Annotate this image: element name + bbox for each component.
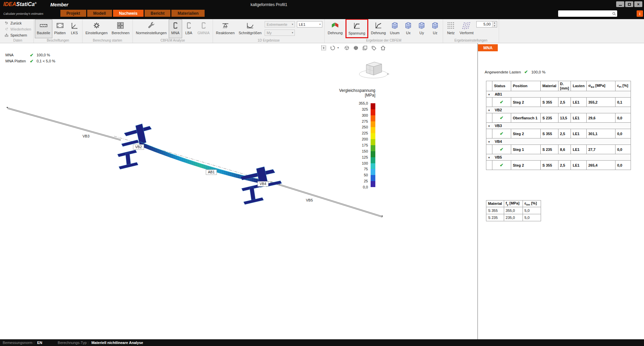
uy-button[interactable]: Uy [415, 19, 428, 38]
ux-button[interactable]: Ux [401, 19, 415, 38]
spannung-button[interactable]: Spannung [346, 20, 367, 37]
ribbon-group-label: Beschriftungen [35, 38, 81, 43]
main-menu-tabs: Projekt Modell Nachweis Bericht Material… [60, 10, 205, 17]
verformt-button[interactable]: Verformt [458, 19, 476, 38]
group-row[interactable]: ▼AB1 [486, 91, 631, 98]
tab-projekt[interactable]: Projekt [60, 10, 86, 17]
group-row[interactable]: ▼VB3 [486, 123, 631, 129]
group-row[interactable]: ▼VB5 [486, 154, 631, 161]
table-row[interactable]: ✔Steg 2S 3552,5LE1265,40,0 [486, 161, 631, 170]
collapse-triangle-icon[interactable]: ▼ [488, 156, 490, 159]
close-button[interactable]: × [634, 1, 642, 7]
table-row[interactable]: ✔Steg 1S 2358,6LE127,70,0 [486, 145, 631, 154]
search-input[interactable] [558, 11, 611, 16]
gmnia-button[interactable]: GMNIA [196, 19, 212, 38]
group-row[interactable]: ▼VB4 [486, 138, 631, 145]
labels-toggle-button[interactable] [371, 45, 377, 51]
home-view-button[interactable] [380, 45, 386, 51]
redo-button[interactable]: Wiederholen [3, 26, 33, 32]
save-icon [4, 33, 9, 37]
legend-value: 75 [364, 167, 368, 171]
collapse-triangle-icon[interactable]: ▼ [488, 93, 490, 96]
table-row[interactable]: ✔Steg 2S 3552,5LE1301,10,0 [486, 129, 631, 138]
collapse-triangle-icon[interactable]: ▼ [488, 140, 490, 143]
zoom-fit-button[interactable] [321, 45, 327, 51]
spinner-up-button[interactable]: ▲ [492, 21, 497, 24]
ribbon: Zurück Wiederholen Speichern Daten Baute… [0, 19, 644, 43]
analysis-type-value: Materiell nichtlineare Analyse [91, 341, 143, 345]
tab-mna-results[interactable]: MNA [478, 44, 498, 51]
expander-column [486, 81, 492, 91]
logo-statica: StatiCa [16, 1, 35, 7]
check-icon: ✔ [500, 163, 503, 168]
tab-bericht[interactable]: Bericht [145, 10, 170, 17]
minimize-icon [619, 5, 622, 6]
table-row[interactable]: ✔Oberflansch 1S 23513,5LE129,60,0 [486, 113, 631, 123]
normeinstellungen-button[interactable]: Normeinstellungen [134, 19, 169, 38]
mna-button[interactable]: MNA [169, 19, 182, 38]
minimize-button[interactable] [616, 1, 624, 7]
extremes-dropdown[interactable]: Extremwerte▾ [265, 21, 295, 27]
model-3d-scene[interactable]: VB3 VB2 AB1 VB4 VB5 [0, 43, 477, 339]
spinner-down-button[interactable]: ▼ [492, 24, 497, 27]
app-window: IDEAStatiCa® Calculate yesterday's estim… [0, 0, 644, 346]
usum-button[interactable]: Usum [388, 19, 401, 38]
lba-button[interactable]: LBA [182, 19, 196, 38]
netz-button[interactable]: Netz [444, 19, 458, 38]
tab-materialien[interactable]: Materialien [171, 10, 205, 17]
save-button[interactable]: Speichern [3, 32, 33, 38]
legend-color-bar [371, 103, 375, 187]
copy-view-button[interactable] [362, 45, 368, 51]
profile-icon [199, 21, 208, 30]
check-icon: ✔ [500, 115, 503, 120]
lks-button[interactable]: LKS [68, 19, 81, 38]
undo-button[interactable]: Zurück [3, 20, 33, 26]
spinner-value[interactable]: 5,00 [477, 21, 492, 27]
check-icon: ✔ [30, 59, 34, 64]
collapse-triangle-icon[interactable]: ▼ [488, 125, 490, 128]
table-row[interactable]: S 235235,05,0 [486, 214, 541, 221]
search-icon[interactable] [611, 11, 617, 16]
schnittgroessen-button[interactable]: Schnittgrößen [237, 19, 264, 38]
platten-button[interactable]: Platten [52, 19, 68, 38]
orbit-button[interactable] [330, 45, 336, 51]
table-row[interactable]: S 355355,05,0 [486, 207, 541, 214]
collapse-triangle-icon[interactable]: ▼ [488, 109, 490, 112]
reaktionen-button[interactable]: Reaktionen [214, 19, 237, 38]
chevron-down-icon[interactable]: ▾ [337, 46, 339, 49]
connection-vb2 [121, 124, 152, 147]
wrench-icon [147, 21, 156, 30]
deformation-scale-spinner: 5,00 ▲ ▼ [476, 21, 497, 27]
sigma-cell: 265,4 [586, 161, 615, 170]
legend-value: 200 [362, 137, 368, 141]
einstellungen-button[interactable]: Einstellungen [84, 19, 110, 38]
legend-value: 250 [362, 125, 368, 129]
tab-nachweis[interactable]: Nachweis [113, 10, 144, 17]
ribbon-group-ergebnisse-der-cbfem: Dehnung Spannung Dehnung Usum Ux Uy Uz E… [325, 19, 443, 43]
legend-color-segment [371, 181, 375, 187]
legend-value: 100 [362, 161, 368, 165]
legend-value: 325 [362, 107, 368, 111]
load-case-dropdown[interactable]: LE1▾ [297, 21, 322, 27]
support-icon [221, 21, 230, 30]
component-dropdown[interactable]: My▾ [265, 30, 295, 36]
app-badge-button[interactable]: i [637, 10, 643, 17]
material-cell: S 355 [541, 129, 558, 138]
table-row[interactable]: ✔Steg 2S 3552,5LE1355,20,1 [486, 98, 631, 107]
berechnen-button[interactable]: Berechnen [110, 19, 131, 38]
maximize-button[interactable] [625, 1, 633, 7]
wireframe-view-button[interactable] [344, 45, 350, 51]
design-code-label: Bemessungsnorm : [3, 341, 35, 345]
viewport-3d[interactable]: VB3 VB2 AB1 VB4 VB5 MNA [0, 43, 478, 339]
legend-color-segment [371, 133, 375, 139]
dehnung-plates-button[interactable]: Dehnung [326, 19, 345, 38]
solid-view-button[interactable] [353, 45, 359, 51]
dehnung-curve-button[interactable]: Dehnung [369, 19, 388, 38]
navigation-cube[interactable] [359, 62, 389, 78]
bauteile-button[interactable]: Bauteile [35, 19, 52, 38]
legend-color-segment [371, 175, 375, 181]
deformed-mesh-icon [462, 21, 471, 30]
group-row[interactable]: ▼VB2 [486, 107, 631, 113]
tab-modell[interactable]: Modell [87, 10, 112, 17]
uz-button[interactable]: Uz [428, 19, 442, 38]
